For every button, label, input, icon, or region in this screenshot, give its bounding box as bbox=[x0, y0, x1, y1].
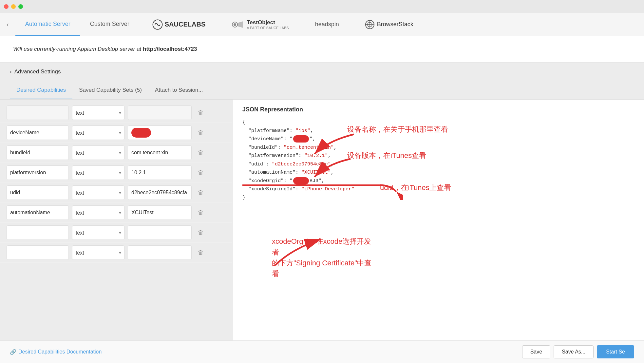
maximize-button[interactable] bbox=[18, 4, 23, 9]
svg-point-2 bbox=[234, 23, 236, 26]
cap-name-udid[interactable] bbox=[7, 185, 69, 200]
cap-delete-devicename[interactable]: 🗑 bbox=[195, 127, 207, 139]
cap-value-empty2[interactable] bbox=[128, 245, 192, 260]
capability-row-platformversion: text 🗑 bbox=[0, 163, 232, 183]
cap-type-udid[interactable]: text bbox=[72, 185, 124, 200]
cap-name-empty2[interactable] bbox=[7, 245, 69, 260]
cap-delete-empty1[interactable]: 🗑 bbox=[195, 227, 207, 239]
start-session-button[interactable]: Start Se bbox=[597, 345, 634, 358]
cap-name-bundleid[interactable] bbox=[7, 145, 69, 160]
subtabbar: Desired Capabilities Saved Capability Se… bbox=[0, 81, 644, 100]
cap-delete-bundleid[interactable]: 🗑 bbox=[195, 147, 207, 159]
tab-custom-server[interactable]: Custom Server bbox=[80, 13, 139, 36]
capability-row-empty2: text 🗑 bbox=[0, 243, 232, 263]
cap-name-empty1[interactable] bbox=[7, 225, 69, 240]
tab-headspin[interactable]: headspin bbox=[302, 13, 352, 36]
capability-header-row: text 🗑 bbox=[0, 103, 232, 123]
tab-automatic-server[interactable]: Automatic Server bbox=[15, 13, 80, 36]
cap-type-bundleid[interactable]: text bbox=[72, 145, 124, 160]
cap-delete-automationname[interactable]: 🗑 bbox=[195, 207, 207, 219]
subtab-saved-capability-sets[interactable]: Saved Capability Sets (5) bbox=[72, 81, 148, 99]
cap-delete-header[interactable]: 🗑 bbox=[195, 107, 207, 119]
capability-row-devicename: text 🗑 bbox=[0, 123, 232, 143]
titlebar bbox=[0, 0, 644, 13]
capability-row-empty1: text 🗑 bbox=[0, 223, 232, 243]
capability-row-udid: text 🗑 bbox=[0, 183, 232, 203]
traffic-lights bbox=[4, 4, 23, 9]
advanced-settings-toggle[interactable]: › Advanced Settings bbox=[0, 63, 644, 81]
cap-type-devicename[interactable]: text bbox=[72, 125, 124, 140]
cap-delete-empty2[interactable]: 🗑 bbox=[195, 247, 207, 258]
close-button[interactable] bbox=[4, 4, 9, 9]
cap-value-bundleid[interactable] bbox=[128, 145, 192, 160]
device-name-oval bbox=[131, 128, 151, 138]
json-content: { "platformName": "ios", "deviceName": "… bbox=[242, 118, 634, 202]
cap-value-udid[interactable] bbox=[128, 185, 192, 200]
cap-type-platformversion[interactable]: text bbox=[72, 165, 124, 180]
tab-saucelabs[interactable]: SAUCELABS bbox=[139, 13, 218, 36]
split-layout: text 🗑 text bbox=[0, 100, 644, 340]
link-icon: 🔗 bbox=[10, 349, 16, 355]
cap-name-devicename[interactable] bbox=[7, 125, 69, 140]
cap-type-header[interactable]: text bbox=[72, 105, 124, 120]
tab-browserstack[interactable]: BrowserStack bbox=[352, 13, 426, 36]
json-title: JSON Representation bbox=[242, 106, 634, 113]
cap-value-automationname[interactable] bbox=[128, 205, 192, 220]
tabbar: ‹ Automatic Server Custom Server SAUCELA… bbox=[0, 13, 644, 36]
cap-type-empty1[interactable]: text bbox=[72, 225, 124, 240]
footer: 🔗 Desired Capabilities Documentation Sav… bbox=[0, 340, 644, 363]
capabilities-panel: text 🗑 text bbox=[0, 100, 233, 340]
back-button[interactable]: ‹ bbox=[7, 21, 9, 28]
cap-delete-udid[interactable]: 🗑 bbox=[195, 187, 207, 199]
cap-value-platformversion[interactable] bbox=[128, 165, 192, 180]
cap-name-automationname[interactable] bbox=[7, 205, 69, 220]
footer-buttons: Save Save As... Start Se bbox=[522, 345, 634, 358]
cap-type-empty2[interactable]: text bbox=[72, 245, 124, 260]
capability-row-automationname: text 🗑 bbox=[0, 203, 232, 223]
json-panel: JSON Representation { "platformName": "i… bbox=[233, 100, 644, 340]
save-as-button[interactable]: Save As... bbox=[554, 345, 594, 358]
subtab-desired-capabilities[interactable]: Desired Capabilities bbox=[10, 81, 72, 99]
tab-testobject[interactable]: TestObject A PART OF SAUCE LABS bbox=[218, 13, 302, 36]
cap-type-automationname[interactable]: text bbox=[72, 205, 124, 220]
cap-name-platformversion[interactable] bbox=[7, 165, 69, 180]
cap-name-header[interactable] bbox=[7, 105, 69, 120]
cap-delete-platformversion[interactable]: 🗑 bbox=[195, 167, 207, 179]
cap-value-empty1[interactable] bbox=[128, 225, 192, 240]
subtab-attach-to-session[interactable]: Attach to Session... bbox=[148, 81, 209, 99]
doc-link[interactable]: 🔗 Desired Capabilities Documentation bbox=[10, 349, 102, 355]
info-banner: Will use currently-running Appium Deskto… bbox=[0, 36, 644, 63]
capability-row-bundleid: text 🗑 bbox=[0, 143, 232, 163]
save-button[interactable]: Save bbox=[522, 345, 550, 358]
minimize-button[interactable] bbox=[11, 4, 16, 9]
cap-value-header[interactable] bbox=[128, 105, 192, 120]
chevron-right-icon: › bbox=[10, 68, 12, 75]
